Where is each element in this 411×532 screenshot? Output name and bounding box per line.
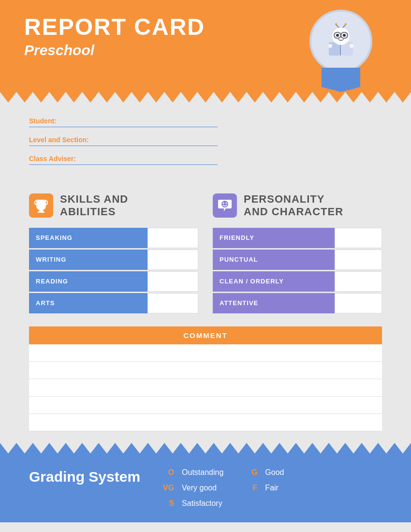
skills-table: SPEAKING WRITING READING ARTS: [29, 226, 198, 315]
grade-item-g: G Good: [243, 468, 284, 477]
student-info: Student: Level and Section: Class Advise…: [29, 112, 382, 183]
grading-col-left: O Outstanding VG Very good S Satisfactor…: [160, 468, 223, 508]
svg-point-19: [328, 44, 332, 48]
comment-line: [29, 344, 382, 362]
table-row: PUNCTUAL: [213, 250, 382, 270]
badge-ribbon: [322, 68, 360, 92]
student-row: Student:: [29, 117, 382, 127]
table-row: ATTENTIVE: [213, 293, 382, 313]
svg-point-16: [335, 23, 337, 25]
svg-point-25: [226, 203, 227, 204]
badge: [309, 10, 372, 92]
level-label: Level and Section:: [29, 136, 382, 144]
trait-value-punctual: [335, 250, 382, 270]
grade-code-o: O: [160, 468, 174, 477]
grading-col-right: G Good F Fair: [243, 468, 284, 508]
skill-value-arts: [147, 293, 198, 313]
adviser-line: [29, 164, 218, 165]
trait-label-clean: CLEAN / ORDERLY: [213, 271, 335, 292]
skill-value-writing: [147, 250, 198, 270]
personality-header: PERSONALITY AND CHARACTER: [213, 193, 382, 219]
table-row: WRITING: [29, 250, 198, 270]
zigzag-divider-bottom: [0, 443, 411, 454]
skills-title: SKILLS AND ABILITIES: [60, 193, 128, 219]
trophy-icon: [29, 193, 53, 218]
student-line: [29, 127, 218, 127]
header: REPORT CARD Preschool: [0, 0, 411, 92]
svg-point-23: [221, 201, 228, 207]
comment-header: COMMENT: [29, 326, 382, 344]
grade-item-s: S Satisfactory: [160, 499, 223, 508]
adviser-label: Class Adviser:: [29, 155, 382, 163]
trait-label-friendly: FRIENDLY: [213, 228, 335, 248]
skill-label-speaking: SPEAKING: [29, 228, 147, 248]
grade-item-vg: VG Very good: [160, 484, 223, 492]
level-line: [29, 146, 218, 146]
skills-section: SKILLS AND ABILITIES SPEAKING WRITING RE…: [29, 193, 198, 315]
smiley-icon: [213, 193, 237, 218]
reader-icon: [322, 22, 360, 60]
grade-desc-o: Outstanding: [182, 468, 223, 477]
comment-section: COMMENT: [29, 326, 382, 431]
badge-circle: [309, 10, 372, 73]
table-row: ARTS: [29, 293, 198, 313]
personality-table: FRIENDLY PUNCTUAL CLEAN / ORDERLY ATTENT…: [213, 226, 382, 315]
comment-line: [29, 414, 382, 431]
trait-value-clean: [335, 271, 382, 292]
personality-title: PERSONALITY AND CHARACTER: [244, 193, 343, 219]
svg-point-20: [350, 44, 353, 48]
skill-label-writing: WRITING: [29, 250, 147, 270]
grade-code-g: G: [243, 468, 257, 477]
svg-line-15: [336, 25, 339, 28]
grading-items: O Outstanding VG Very good S Satisfactor…: [160, 468, 382, 508]
grade-code-vg: VG: [160, 484, 174, 492]
student-label: Student:: [29, 117, 382, 125]
trait-value-friendly: [335, 228, 382, 248]
skill-label-reading: READING: [29, 271, 147, 292]
grading-system-title: Grading System: [29, 468, 140, 486]
comment-line: [29, 379, 382, 397]
sections-row: SKILLS AND ABILITIES SPEAKING WRITING RE…: [29, 193, 382, 315]
table-row: CLEAN / ORDERLY: [213, 271, 382, 292]
grade-item-o: O Outstanding: [160, 468, 223, 477]
comment-line: [29, 362, 382, 379]
svg-point-9: [336, 34, 339, 37]
grade-desc-f: Fair: [265, 484, 279, 492]
svg-point-24: [223, 203, 224, 204]
table-row: FRIENDLY: [213, 228, 382, 248]
grade-desc-s: Satisfactory: [182, 499, 222, 508]
level-row: Level and Section:: [29, 136, 382, 146]
svg-point-18: [345, 23, 347, 25]
comment-lines: [29, 344, 382, 431]
zigzag-divider-top: [0, 92, 411, 103]
comment-line: [29, 397, 382, 414]
table-row: READING: [29, 271, 198, 292]
main-content: Student: Level and Section: Class Advise…: [0, 103, 411, 431]
grade-code-f: F: [243, 484, 257, 492]
trait-value-attentive: [335, 293, 382, 313]
skill-value-speaking: [147, 228, 198, 248]
svg-point-10: [343, 34, 346, 37]
footer: Grading System O Outstanding VG Very goo…: [0, 454, 411, 522]
svg-line-17: [343, 25, 346, 28]
grade-item-f: F Fair: [243, 484, 284, 492]
grade-desc-g: Good: [265, 468, 284, 477]
table-row: SPEAKING: [29, 228, 198, 248]
personality-section: PERSONALITY AND CHARACTER FRIENDLY PUNCT…: [213, 193, 382, 315]
trait-label-attentive: ATTENTIVE: [213, 293, 335, 313]
grade-desc-vg: Very good: [182, 484, 217, 492]
trait-label-punctual: PUNCTUAL: [213, 250, 335, 270]
adviser-row: Class Adviser:: [29, 155, 382, 165]
svg-rect-22: [38, 211, 44, 213]
skill-value-reading: [147, 271, 198, 292]
skill-label-arts: ARTS: [29, 293, 147, 313]
grade-code-s: S: [160, 499, 174, 508]
skills-header: SKILLS AND ABILITIES: [29, 193, 198, 219]
